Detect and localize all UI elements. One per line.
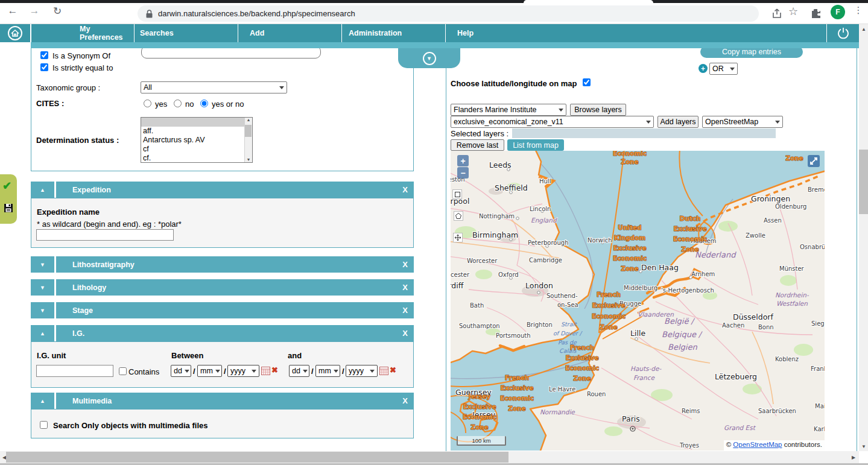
listbox-scroll-down[interactable]: ▼ [245, 157, 252, 162]
nav-add[interactable]: Add [238, 24, 341, 42]
cites-radio-yes-or-no[interactable] [200, 100, 208, 107]
expedition-name-input[interactable] [36, 229, 174, 241]
kebab-menu-icon[interactable]: ⋮ [851, 5, 866, 16]
logout-button[interactable] [826, 24, 859, 42]
nav-administration[interactable]: Administration [341, 24, 445, 42]
listbox-scroll-thumb[interactable] [245, 125, 252, 137]
multimedia-only-checkbox[interactable] [40, 421, 48, 429]
chevron-down-icon [279, 86, 284, 89]
calendar-icon[interactable] [261, 367, 270, 375]
operator-select[interactable]: OR [709, 63, 738, 75]
map-zoom-in-button[interactable]: + [457, 155, 469, 166]
browse-layers-button[interactable]: Browse layers [570, 104, 626, 116]
add-operator-icon[interactable]: + [699, 64, 708, 73]
clear-date-icon[interactable]: ✖ [271, 365, 278, 375]
section-ig-header[interactable]: I.G.X [56, 325, 414, 341]
forward-icon[interactable]: → [27, 5, 42, 17]
determination-status-listbox[interactable]: aff.Antarcturus sp. AVcfcf. ▲▼ [141, 117, 253, 163]
basemap-select[interactable]: OpenStreetMap [702, 116, 783, 128]
openstreetmap-link[interactable]: OpenStreetMap [733, 441, 782, 448]
remove-last-button[interactable]: Remove last [451, 139, 504, 151]
section-stage-header[interactable]: StageX [56, 302, 414, 318]
draw-polygon-tool[interactable] [454, 211, 463, 221]
choose-latlong-checkbox[interactable] [583, 78, 591, 86]
nav-help[interactable]: Help [445, 24, 826, 42]
section-multimedia-header[interactable]: MultimediaX [56, 393, 414, 409]
map-label: Norwich [588, 237, 612, 244]
extensions-icon[interactable] [810, 7, 822, 19]
date-from-month-select[interactable]: mm [197, 365, 222, 377]
listbox-scrollbar[interactable]: ▲▼ [244, 118, 252, 162]
synonym-checkbox[interactable] [40, 51, 48, 59]
close-icon[interactable]: X [402, 302, 408, 318]
listbox-option[interactable]: Antarcturus sp. AV [141, 136, 252, 145]
section-lithostratigraphy-header[interactable]: LithostratigraphyX [56, 256, 414, 273]
map-label: Birmingham [472, 230, 518, 239]
date-to-year-select[interactable]: yyyy [346, 365, 378, 377]
layer-provider-select[interactable]: Flanders Marine Institute [451, 104, 566, 116]
close-icon[interactable]: X [402, 182, 408, 198]
square-icon [455, 192, 460, 197]
eez-zone-label: Economic [565, 364, 599, 372]
draw-box-tool[interactable] [452, 189, 462, 199]
section-stage-collapse[interactable]: ▼ [31, 302, 54, 318]
eez-zone-label: Exclusive [673, 225, 706, 232]
date-to-day-select[interactable]: dd [289, 365, 309, 377]
close-icon[interactable]: X [402, 256, 408, 273]
listbox-option[interactable]: cf. [141, 154, 252, 163]
taxonomic-group-select[interactable]: All [141, 81, 287, 93]
scroll-right-arrow[interactable]: ▶ [852, 455, 855, 460]
share-icon[interactable] [771, 7, 783, 19]
date-to-month-select[interactable]: mm [315, 365, 340, 377]
selected-layers-field[interactable] [512, 128, 776, 138]
cites-radio-no[interactable] [174, 100, 182, 107]
map-zoom-out-button[interactable]: − [457, 167, 469, 179]
section-lithostratigraphy-collapse[interactable]: ▼ [31, 256, 54, 273]
section-lithology-collapse[interactable]: ▼ [31, 279, 54, 296]
vertical-scroll-thumb[interactable] [859, 150, 868, 214]
home-button[interactable] [0, 24, 31, 42]
choose-latlong-label: Choose latitude/longitude on map [451, 79, 577, 88]
scroll-down-arrow[interactable]: ▼ [861, 444, 866, 449]
list-from-map-button[interactable]: List from map [507, 139, 564, 151]
date-from-day-select[interactable]: dd [171, 365, 191, 377]
section-expedition-collapse[interactable]: ▲ [31, 182, 54, 198]
listbox-option-selected[interactable] [141, 118, 252, 127]
layer-select[interactable]: exclusive_economical_zone_v11 [451, 116, 654, 128]
save-icon[interactable] [4, 203, 13, 213]
calendar-icon[interactable] [379, 367, 388, 375]
section-lithology-header[interactable]: LithologyX [56, 279, 414, 296]
section-multimedia-collapse[interactable]: ▲ [31, 393, 54, 409]
pan-tool[interactable] [453, 233, 463, 242]
map-canvas[interactable]: LeedsSheffieldLiverpoolBirminghamCardiff… [451, 151, 825, 451]
nav-searches[interactable]: Searches [134, 24, 238, 42]
vertical-scrollbar[interactable] [859, 24, 868, 451]
close-icon[interactable]: X [402, 279, 408, 296]
map-label: Aachen [722, 322, 744, 329]
listbox-option[interactable]: aff. [141, 127, 252, 136]
validate-check-icon[interactable]: ✔ [2, 179, 11, 192]
map-fullscreen-button[interactable] [808, 155, 820, 167]
listbox-option[interactable]: cf [141, 145, 252, 154]
refresh-icon[interactable]: ↻ [49, 5, 65, 17]
horizontal-scroll-thumb[interactable] [6, 452, 508, 463]
add-layers-button[interactable]: Add layers [657, 116, 699, 128]
close-icon[interactable]: X [402, 393, 408, 409]
date-from-year-select[interactable]: yyyy [227, 365, 259, 377]
nav-my-preferences[interactable]: My Preferences [31, 24, 134, 42]
ig-unit-input[interactable] [36, 365, 113, 377]
panel-collapse-tab[interactable]: ▼ [398, 48, 460, 68]
bookmark-star-icon[interactable]: ☆ [785, 5, 801, 18]
strictly-equal-checkbox[interactable] [40, 63, 48, 71]
scroll-up-arrow[interactable]: ▲ [861, 27, 866, 32]
map-label: Groningen [751, 194, 790, 203]
back-icon[interactable]: ← [5, 5, 21, 17]
close-icon[interactable]: X [402, 325, 408, 341]
contains-checkbox[interactable] [119, 367, 127, 375]
section-ig-collapse[interactable]: ▲ [31, 325, 54, 341]
avatar[interactable]: F [831, 5, 845, 19]
cites-radio-yes[interactable] [144, 100, 151, 107]
address-bar[interactable]: darwin.naturalsciences.be/backend.php/sp… [138, 5, 759, 22]
section-expedition-header[interactable]: ExpeditionX [56, 182, 414, 198]
clear-date-icon[interactable]: ✖ [390, 365, 396, 375]
